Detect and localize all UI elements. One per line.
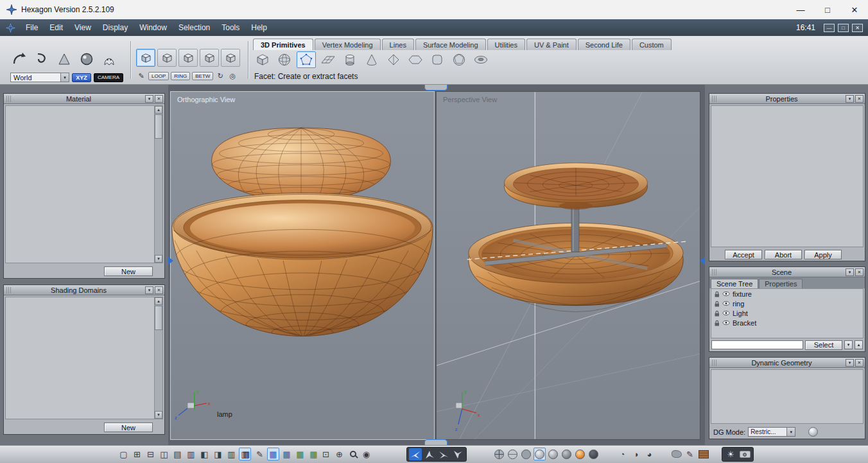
accept-button[interactable]: Accept [725,250,762,259]
zoom-icon[interactable] [347,448,359,460]
menu-help[interactable]: Help [245,19,273,36]
menu-selection[interactable]: Selection [173,19,216,36]
viewport-splitter-handle-bottom[interactable] [424,439,447,445]
scene-item-label[interactable]: ring [733,300,744,308]
dark-shading-icon[interactable] [587,448,600,460]
child-minimize-icon[interactable]: — [824,24,835,32]
nav-plane-down-icon[interactable] [451,448,464,460]
lock-icon[interactable] [714,291,720,297]
dg-mode-dropdown[interactable]: Restric...▾ [748,427,795,437]
smooth-shading-icon[interactable] [534,448,546,460]
layout-columns-icon[interactable]: ▥ [225,448,238,460]
shading-domains-list[interactable]: ▲ ▼ [5,297,163,419]
tab-scene-properties[interactable]: Properties [759,279,803,288]
grip-icon[interactable] [712,360,718,366]
lock-icon[interactable] [714,320,720,326]
menu-edit[interactable]: Edit [44,19,69,36]
pencil-icon[interactable]: ✎ [136,72,146,80]
flat-shading-icon[interactable] [520,448,532,460]
close-icon[interactable]: ✕ [155,95,163,103]
scroll-up-icon[interactable]: ▲ [155,297,162,305]
scene-item-label[interactable]: Bracket [733,319,756,327]
abort-button[interactable]: Abort [765,250,802,259]
minimize-icon[interactable]: — [787,1,814,19]
scroll-up-icon[interactable]: ▲ [155,106,162,114]
layout-three-left-icon[interactable]: ▤ [171,448,184,460]
tab-custom[interactable]: Custom [632,39,672,50]
layout-four-icon[interactable]: ⊞ [131,448,143,460]
ring-button[interactable]: RING [171,72,190,80]
auto-select-mode-icon[interactable] [136,49,155,67]
display-sphere-half-icon[interactable]: ◑ [630,448,642,460]
layout-two-one-icon[interactable]: ◨ [212,448,224,460]
cone-primitive-icon[interactable] [362,51,381,68]
geosphere-primitive-icon[interactable] [449,51,469,68]
lock-icon[interactable] [714,301,720,307]
close-icon[interactable]: ✕ [155,286,163,294]
grip-icon[interactable] [6,96,12,102]
menu-file[interactable]: File [20,19,44,36]
between-button[interactable]: BETW [192,72,213,80]
scene-tree-item-ring[interactable]: ring [711,299,863,308]
eye-icon[interactable] [722,291,730,297]
viewport-edge-arrow-right-icon[interactable] [700,257,705,265]
collapse-icon[interactable]: ▾ [846,95,854,103]
textured-shading-icon[interactable] [574,448,586,460]
material-shading-icon[interactable] [560,448,573,460]
light-flare-icon[interactable]: ☀ [724,448,737,460]
cylinder-primitive-icon[interactable] [340,51,360,68]
object-select-mode-icon[interactable] [221,49,240,67]
tab-lines[interactable]: Lines [382,39,414,50]
snap-grid-icon[interactable]: ▦ [267,448,279,460]
scene-tree-item-fixture[interactable]: fixture [711,289,863,299]
scene-item-label[interactable]: Light [733,310,748,317]
edge-select-mode-icon[interactable] [178,49,198,67]
maximize-icon[interactable]: □ [814,1,841,19]
scroll-down-icon[interactable]: ▼ [155,255,162,263]
chevron-down-icon[interactable]: ▾ [60,73,69,82]
perspective-viewport[interactable]: Perspective View [436,91,700,440]
tab-utilities[interactable]: Utilities [487,39,525,50]
eye-icon[interactable] [722,320,730,326]
scene-search-input[interactable] [711,340,803,349]
menu-tools[interactable]: Tools [216,19,245,36]
collapse-icon[interactable]: ▾ [145,286,153,294]
facet-primitive-icon[interactable] [297,51,316,68]
nav-plane-left-icon[interactable] [409,448,422,460]
lock-icon[interactable] [714,310,720,317]
scene-item-label[interactable]: fixture [733,290,752,298]
gouraud-shading-icon[interactable] [547,448,559,460]
spin-up-icon[interactable]: ▴ [855,340,863,349]
ghost-tool-icon[interactable] [100,50,118,68]
sphere-primitive-icon[interactable] [275,51,294,68]
pyramid-primitive-icon[interactable] [384,51,403,68]
viewport-splitter-handle-top[interactable] [424,85,447,91]
scroll-down-icon[interactable]: ▼ [155,411,162,419]
hook-tool-icon[interactable] [33,50,51,68]
eye-icon[interactable] [722,301,730,306]
scrollbar-thumb[interactable] [155,306,162,330]
look-at-icon[interactable]: ◉ [360,448,372,460]
close-icon[interactable]: ✕ [855,268,864,276]
material-scrollbar[interactable]: ▲ ▼ [154,106,162,263]
menu-display[interactable]: Display [97,19,134,36]
hidden-line-shading-icon[interactable] [507,448,519,460]
spin-down-icon[interactable]: ▾ [844,340,853,349]
scene-tree-item-light[interactable]: Light [711,308,863,318]
camera-button[interactable]: CAMERA [94,73,123,82]
layout-two-v-icon[interactable]: ◫ [158,448,170,460]
grow-loop-icon[interactable]: ↻ [215,72,225,80]
display-sphere-full-icon[interactable]: ◕ [643,448,655,460]
dynamic-geometry-header[interactable]: Dynamic Geometry ▾ ✕ [709,358,865,368]
layers-stack-icon[interactable] [697,448,709,460]
display-sphere-quarter-icon[interactable]: ◔ [616,448,629,460]
xyz-button[interactable]: XYZ [72,73,91,82]
tab-second-life[interactable]: Second Life [578,39,630,50]
draw-style-icon[interactable]: ✎ [254,448,266,460]
hexagon-menu-logo-icon[interactable] [5,22,16,33]
scene-select-button[interactable]: Select [805,340,842,350]
properties-panel-header[interactable]: Properties ▾ ✕ [709,94,865,104]
tab-3d-primitives[interactable]: 3D Primitives [253,39,313,50]
render-camera-icon[interactable] [738,448,751,460]
viewport-edge-arrow-left-icon[interactable] [168,257,173,265]
